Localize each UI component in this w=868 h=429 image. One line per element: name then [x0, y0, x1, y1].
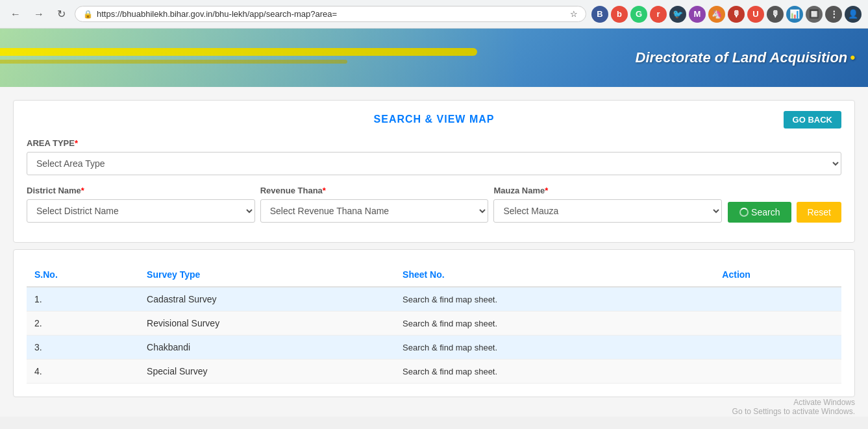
cell-sno: 3. [27, 336, 139, 360]
go-back-button[interactable]: GO BACK [784, 111, 841, 129]
thana-label: Revenue Thana* [260, 186, 489, 195]
col-header-sno: S.No. [27, 263, 139, 287]
cell-sno: 2. [27, 312, 139, 336]
col-header-sheet-no: Sheet No. [395, 263, 714, 287]
browser-extension-icons: B b G r 🐦 M 🦄 🎙 U 🎙 📊 🔲 ⋮ 👤 [591, 6, 862, 23]
cell-action [714, 360, 841, 384]
table-row: 4. Special Survey Search & find map shee… [27, 360, 841, 384]
table-row: 2. Revisional Survey Search & find map s… [27, 312, 841, 336]
mauza-select[interactable]: Select Mauza [493, 199, 722, 223]
ext-icon-2[interactable]: b [611, 6, 628, 23]
cell-sno: 4. [27, 360, 139, 384]
cell-sheet-no-link[interactable]: Search & find map sheet. [395, 312, 714, 336]
ext-icon-4[interactable]: r [650, 6, 667, 23]
results-card: S.No. Survey Type Sheet No. Action 1. Ca… [13, 249, 855, 397]
thana-col: Revenue Thana* Select Revenue Thana Name [260, 186, 494, 223]
thana-select[interactable]: Select Revenue Thana Name [260, 199, 489, 223]
mauza-col: Mauza Name* Select Mauza [493, 186, 727, 223]
area-type-group: AREA TYPE* Select Area Type [27, 138, 841, 186]
ext-icon-13[interactable]: ⋮ [825, 6, 842, 23]
site-header: Directorate of Land Acquisition• [0, 29, 868, 87]
search-fields-row: District Name* Select District Name Reve… [27, 186, 841, 223]
cell-sheet-no-link[interactable]: Search & find map sheet. [395, 336, 714, 360]
ext-icon-10[interactable]: 🎙 [767, 6, 784, 23]
cell-sno: 1. [27, 287, 139, 312]
ext-icon-5[interactable]: 🐦 [669, 6, 686, 23]
ext-icon-12[interactable]: 🔲 [806, 6, 823, 23]
yellow-stripe-1 [0, 48, 477, 56]
star-icon: ☆ [570, 9, 578, 19]
ext-icon-8[interactable]: 🎙 [728, 6, 745, 23]
refresh-button[interactable]: ↻ [53, 5, 69, 23]
area-type-label: AREA TYPE* [27, 138, 841, 148]
district-col: District Name* Select District Name [27, 186, 260, 223]
user-avatar[interactable]: 👤 [845, 6, 862, 23]
cell-survey-type: Chakbandi [139, 336, 395, 360]
district-label: District Name* [27, 186, 255, 195]
results-table: S.No. Survey Type Sheet No. Action 1. Ca… [27, 263, 841, 384]
table-row: 3. Chakbandi Search & find map sheet. [27, 336, 841, 360]
action-buttons-col: Search Reset [727, 202, 841, 223]
ext-icon-6[interactable]: M [689, 6, 706, 23]
back-button[interactable]: ← [6, 6, 25, 23]
search-card: SEARCH & VIEW MAP GO BACK AREA TYPE* Sel… [13, 100, 855, 243]
cell-action [714, 336, 841, 360]
table-row: 1. Cadastral Survey Search & find map sh… [27, 287, 841, 312]
ext-icon-3[interactable]: G [630, 6, 647, 23]
ext-icon-7[interactable]: 🦄 [708, 6, 725, 23]
cell-action [714, 287, 841, 312]
reset-button[interactable]: Reset [797, 202, 841, 223]
cell-survey-type: Revisional Survey [139, 312, 395, 336]
ext-icon-9[interactable]: U [747, 6, 764, 23]
url-text: https://bhuabhilekh.bihar.gov.in/bhu-lek… [97, 9, 566, 19]
cell-sheet-no-link[interactable]: Search & find map sheet. [395, 360, 714, 384]
mauza-label: Mauza Name* [493, 186, 722, 195]
ext-icon-11[interactable]: 📊 [786, 6, 803, 23]
col-header-survey-type: Survey Type [139, 263, 395, 287]
yellow-stripe-2 [0, 60, 347, 64]
forward-button[interactable]: → [30, 6, 48, 23]
search-button[interactable]: Search [728, 202, 791, 223]
site-title: Directorate of Land Acquisition• [636, 49, 855, 66]
ext-icon-1[interactable]: B [591, 6, 608, 23]
cell-survey-type: Special Survey [139, 360, 395, 384]
area-type-select[interactable]: Select Area Type [27, 152, 841, 175]
browser-chrome: ← → ↻ 🔒 https://bhuabhilekh.bihar.gov.in… [0, 0, 868, 29]
col-header-action: Action [714, 263, 841, 287]
district-select[interactable]: Select District Name [27, 199, 255, 223]
main-content: SEARCH & VIEW MAP GO BACK AREA TYPE* Sel… [0, 87, 868, 417]
section-title-text: SEARCH & VIEW MAP [374, 114, 495, 125]
cell-sheet-no-link[interactable]: Search & find map sheet. [395, 287, 714, 312]
cell-action [714, 312, 841, 336]
cell-survey-type: Cadastral Survey [139, 287, 395, 312]
section-title-row: SEARCH & VIEW MAP GO BACK [27, 114, 841, 125]
table-header-row: S.No. Survey Type Sheet No. Action [27, 263, 841, 287]
search-spinner-icon [739, 208, 749, 217]
address-bar[interactable]: 🔒 https://bhuabhilekh.bihar.gov.in/bhu-l… [75, 6, 586, 22]
